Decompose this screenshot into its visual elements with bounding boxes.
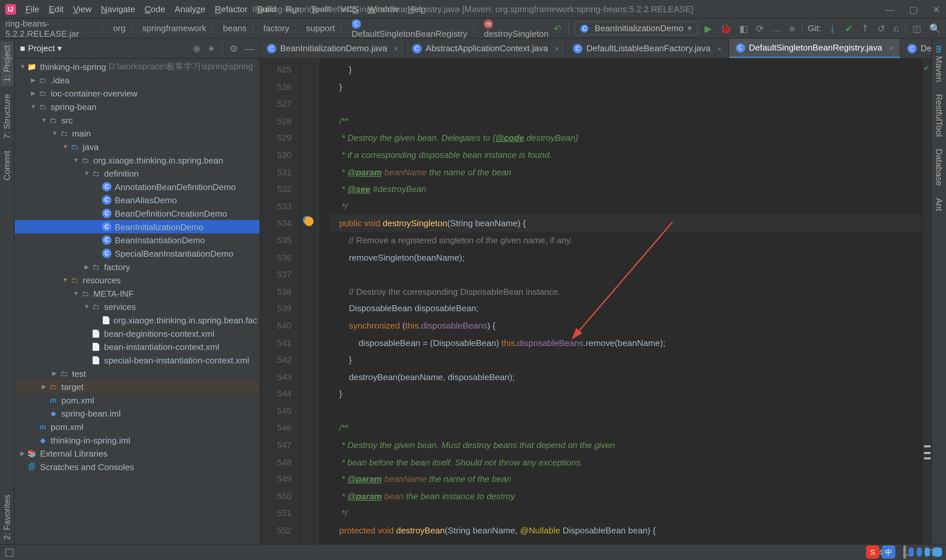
tree-item[interactable]: 📄special-bean-instantiation-context.xml: [15, 353, 259, 367]
close-tab-icon[interactable]: ×: [394, 44, 398, 52]
crumb-support[interactable]: support: [305, 23, 336, 33]
status-toolwindow-button[interactable]: [5, 549, 13, 556]
menu-view[interactable]: View: [73, 4, 92, 14]
tree-item[interactable]: CBeanAliasDemo: [15, 193, 259, 207]
tree-item[interactable]: ▼🗀resources: [15, 274, 259, 287]
hide-panel-button[interactable]: —: [245, 43, 254, 54]
stop-button[interactable]: ■: [788, 22, 796, 35]
tree-item[interactable]: ▶🗀target: [15, 380, 259, 394]
tree-item[interactable]: ◆spring-bean.iml: [15, 407, 259, 420]
tree-item[interactable]: 📄bean-deginitions-context.xml: [15, 327, 259, 340]
tree-item[interactable]: ▼🗀definition: [15, 167, 259, 180]
crumb-method[interactable]: mdestroySingleton: [482, 18, 550, 38]
tray-icon[interactable]: [932, 547, 942, 556]
tray-icon[interactable]: [909, 547, 914, 556]
project-tree[interactable]: ▼📁thinking-in-spring D:\worksprace\极客学习\…: [15, 59, 259, 544]
tree-scratches[interactable]: 🗐Scratches and Consoles: [15, 460, 259, 473]
maximize-button[interactable]: ▢: [909, 4, 918, 14]
tool-database[interactable]: Database: [932, 145, 945, 190]
editor-tab-active[interactable]: CDefaultSingletonBeanRegistry.java×: [729, 39, 901, 58]
marker-gutter: [300, 59, 319, 544]
tree-item[interactable]: CBeanDefinitionCreationDemo: [15, 207, 259, 220]
tree-external-libs[interactable]: ▶📚External Libraries: [15, 447, 259, 460]
tree-item[interactable]: ▼🗀java: [15, 140, 259, 154]
tree-item[interactable]: ▼🗀META-INF: [15, 286, 259, 300]
tree-item[interactable]: 📄org.xiaoge.thinking.in.spring.bean.fac: [15, 314, 259, 327]
menu-file[interactable]: File: [25, 4, 39, 14]
tree-item[interactable]: CAnnotationBeanDefinitionDemo: [15, 180, 259, 193]
tool-restful[interactable]: RestfulTool: [932, 89, 945, 140]
debug-button[interactable]: 🐞: [719, 22, 733, 35]
tool-favorites[interactable]: 2: Favorites: [1, 491, 14, 544]
tray-icon[interactable]: [917, 547, 922, 556]
tree-item[interactable]: ▶🗀test: [15, 367, 259, 380]
crumb-springframework[interactable]: springframework: [141, 23, 208, 33]
git-push-button[interactable]: ⤒: [860, 22, 871, 35]
tree-item[interactable]: CBeanInstantiationDemo: [15, 233, 259, 247]
close-button[interactable]: ✕: [932, 4, 940, 14]
coverage-button[interactable]: ◧: [738, 22, 750, 35]
tree-item[interactable]: ▶🗀.idea: [15, 73, 259, 87]
crumb-class[interactable]: CDefaultSingletonBeanRegistry: [350, 18, 468, 38]
tree-item[interactable]: CSpecialBeanInstantiationDemo: [15, 246, 259, 260]
tree-item[interactable]: 📄bean-instantiation-context.xml: [15, 340, 259, 354]
tree-item[interactable]: ◆thinking-in-spring.iml: [15, 433, 259, 447]
ide-settings-button[interactable]: ◫: [911, 22, 923, 35]
tree-root[interactable]: ▼📁thinking-in-spring D:\worksprace\极客学习\…: [15, 60, 259, 74]
editor-tab[interactable]: CAbstractApplicationContext.java×: [406, 39, 566, 58]
ime-icon[interactable]: S: [866, 545, 879, 559]
search-everywhere-button[interactable]: 🔍: [928, 22, 942, 35]
project-settings-button[interactable]: ⚙: [230, 43, 238, 54]
crumb-jar[interactable]: ring-beans-5.2.2.RELEASE.jar: [4, 18, 97, 38]
close-tab-icon[interactable]: ×: [889, 44, 893, 52]
git-revert-button[interactable]: ⎌: [892, 22, 900, 35]
git-commit-button[interactable]: ✔: [844, 22, 854, 35]
tree-item[interactable]: mpom.xml: [15, 420, 259, 434]
crumb-factory[interactable]: factory: [262, 23, 290, 33]
menu-edit[interactable]: Edit: [49, 4, 64, 14]
minimize-button[interactable]: —: [885, 4, 894, 14]
ime-lang-icon[interactable]: 中: [882, 545, 895, 559]
code-editor[interactable]: 5255265275285295305315325335345355365375…: [260, 59, 931, 544]
git-history-button[interactable]: ↺: [876, 22, 887, 35]
menu-refactor[interactable]: Refactor: [215, 4, 248, 14]
tool-project[interactable]: 1: Project: [1, 42, 14, 86]
crumb-org[interactable]: org: [112, 23, 127, 33]
attach-button[interactable]: …: [770, 22, 783, 35]
tree-item[interactable]: ▶🗀ioc-container-overview: [15, 87, 259, 100]
profile-button[interactable]: ⟳: [755, 22, 765, 35]
run-config-selector[interactable]: C BeanInitializationDemo ▾: [575, 22, 698, 35]
tool-ant[interactable]: Ant: [932, 194, 945, 215]
git-update-button[interactable]: ⭳: [826, 22, 838, 35]
menu-analyze[interactable]: Analyze: [175, 4, 206, 14]
run-button[interactable]: ▶: [703, 22, 713, 35]
close-tab-icon[interactable]: ×: [717, 44, 721, 52]
menu-navigate[interactable]: Navigate: [101, 4, 135, 14]
tray-icon[interactable]: [924, 547, 930, 556]
tree-item[interactable]: ▶🗀factory: [15, 260, 259, 274]
tree-item[interactable]: mpom.xml: [15, 393, 259, 407]
tree-item[interactable]: ▼🗀org.xiaoge.thinking.in.spring.bean: [15, 153, 259, 167]
tree-item-selected[interactable]: CBeanInitializationDemo: [15, 220, 259, 233]
editor-tab[interactable]: CBeanInitializationDemo.java×: [260, 39, 406, 58]
nav-back-button[interactable]: ↶: [553, 22, 563, 35]
tool-commit[interactable]: Commit: [1, 147, 14, 185]
tree-item[interactable]: ▼🗀main: [15, 127, 259, 140]
code-lines[interactable]: } } /** * Destroy the given bean. Delega…: [319, 59, 922, 544]
tool-structure[interactable]: 7: Structure: [1, 90, 14, 143]
tool-maven[interactable]: mMaven: [932, 42, 945, 86]
close-tab-icon[interactable]: ×: [555, 44, 559, 52]
tree-item[interactable]: ▼🗀src: [15, 113, 259, 127]
collapse-all-button[interactable]: [222, 43, 223, 54]
project-panel-title[interactable]: ■ Project ▾: [20, 43, 62, 53]
editor-overview-strip[interactable]: ✔: [922, 59, 931, 544]
expand-all-button[interactable]: ✴: [208, 43, 216, 54]
tree-item[interactable]: ▼🗀services: [15, 300, 259, 314]
tree-item[interactable]: ▼🗀spring-bean: [15, 100, 259, 114]
editor-tab[interactable]: CDefaultL: [901, 39, 932, 58]
locate-file-button[interactable]: ⊕: [193, 43, 201, 54]
crumb-beans[interactable]: beans: [222, 23, 248, 33]
menu-code[interactable]: Code: [145, 4, 165, 14]
editor-tab[interactable]: CDefaultListableBeanFactory.java×: [566, 39, 729, 58]
intention-bulb-icon[interactable]: [304, 217, 313, 226]
